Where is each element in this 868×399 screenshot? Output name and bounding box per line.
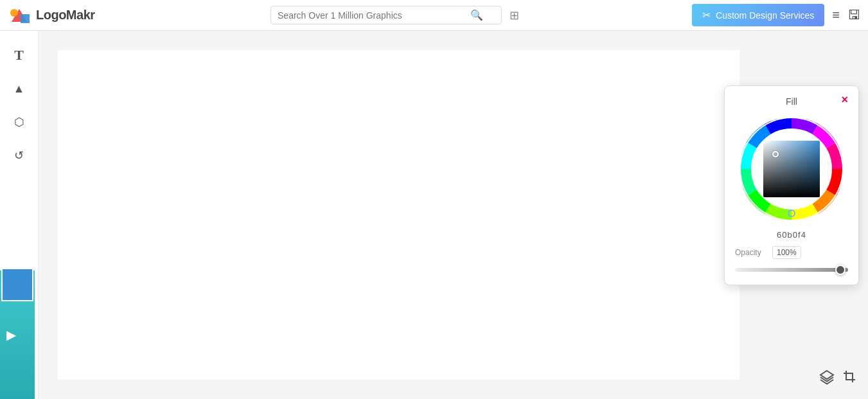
play-button[interactable]: ▶ [6,327,16,342]
opacity-value-box[interactable]: 100% [772,246,801,259]
layers-button[interactable] [819,369,835,389]
scissors-icon: ✂ [702,9,711,21]
layers-icon [819,369,835,385]
save-button[interactable]: 🖫 [847,8,860,22]
color-picker-panel: Fill × [724,85,859,285]
logo-area: LogoMakr [8,4,98,27]
header-right: ✂ Custom Design Services ≡ 🖫 [692,4,860,26]
color-gradient-square[interactable] [763,141,820,197]
panel-title: Fill [786,96,797,107]
search-area: 🔍 ⊞ [105,6,684,24]
color-wheel-handle [788,209,795,217]
logo-text: LogoMakr [36,8,95,22]
color-picker-close-button[interactable]: × [841,94,848,105]
canvas-blue-square[interactable] [1,268,33,301]
opacity-slider[interactable] [735,265,848,274]
crop-button[interactable] [842,369,858,389]
opacity-row: Opacity 100% [735,246,848,259]
grid-view-button[interactable]: ⊞ [509,8,519,22]
color-wheel-container[interactable] [737,114,846,224]
custom-design-button[interactable]: ✂ Custom Design Services [692,4,824,26]
slider-thumb [835,265,846,275]
bottom-right-tools [819,369,858,389]
text-icon: T [14,47,24,64]
shape-tool[interactable]: ▲ [5,75,33,103]
search-input[interactable] [278,10,470,21]
gem-icon: ⬡ [14,115,24,129]
crop-icon [842,369,858,385]
gem-tool[interactable]: ⬡ [5,108,33,136]
opacity-label: Opacity [735,248,767,257]
hamburger-button[interactable]: ≡ [832,8,840,22]
history-icon: ↺ [14,148,24,163]
history-tool[interactable]: ↺ [5,141,33,170]
search-icon-button[interactable]: 🔍 [470,9,483,21]
hex-value: 60b0f4 [735,230,848,240]
main-area: T ▲ ⬡ ↺ ▶ Fill × [0,31,868,399]
canvas-white-board [58,50,740,380]
color-wheel-wrap [735,114,848,224]
text-tool[interactable]: T [5,41,33,69]
slider-track [735,268,848,272]
search-input-wrap: 🔍 [270,6,502,24]
canvas-area: Fill × [39,31,868,399]
panel-header: Fill × [735,96,848,107]
picker-dot-top [772,151,779,157]
triangle-icon: ▲ [13,82,25,96]
logo-icon [8,4,31,27]
left-sidebar: T ▲ ⬡ ↺ ▶ [0,31,39,399]
header: LogoMakr 🔍 ⊞ ✂ Custom Design Services ≡ … [0,0,868,31]
custom-design-label: Custom Design Services [716,10,814,21]
svg-point-2 [10,9,18,17]
svg-rect-1 [21,14,30,23]
